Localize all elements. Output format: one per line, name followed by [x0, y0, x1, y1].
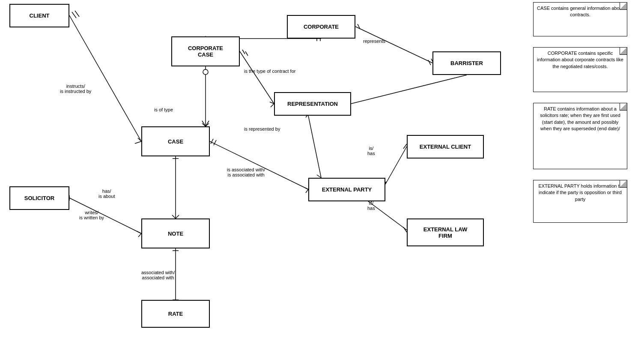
entity-corporate-case: CORPORATECASE: [171, 36, 240, 66]
relation-associated: associated with/associated with: [141, 270, 175, 280]
svg-line-24: [210, 141, 308, 189]
svg-line-0: [69, 15, 141, 141]
svg-line-2: [135, 141, 141, 144]
note-rate: RATE contains information about a solici…: [533, 103, 627, 169]
entity-external-party: EXTERNAL PARTY: [308, 178, 385, 201]
entity-client: CLIENT: [9, 4, 69, 27]
svg-line-15: [240, 51, 274, 104]
svg-point-10: [203, 69, 208, 75]
relation-instructs: instructs/is instructed by: [60, 84, 91, 94]
entity-external-client: EXTERNAL CLIENT: [407, 135, 484, 159]
note-corporate: CORPORATE contains specific information …: [533, 47, 627, 92]
entity-case: CASE: [141, 126, 210, 156]
note-external-party: EXTERNAL PARTY holds information to indi…: [533, 180, 627, 223]
relation-is-of-type: is of type: [154, 107, 173, 112]
svg-line-17: [245, 51, 248, 56]
relation-is-has-client: is/has: [367, 146, 375, 156]
relation-is-has-firm: is/has: [367, 200, 375, 211]
entity-representation: REPRESENTATION: [274, 92, 351, 116]
entity-rate: RATE: [141, 300, 210, 328]
svg-line-19: [428, 60, 431, 65]
svg-line-27: [385, 147, 407, 184]
relation-represents: represents: [363, 39, 385, 44]
note-case: CASE contains general information about …: [533, 2, 627, 36]
entity-corporate: CORPORATE: [287, 15, 355, 39]
entity-external-law-firm: EXTERNAL LAWFIRM: [407, 218, 484, 246]
relation-type-contract: is the type of contract for: [244, 69, 295, 74]
svg-line-4: [75, 11, 79, 17]
entity-solicitor: SOLICITOR: [9, 186, 69, 210]
svg-line-22: [308, 116, 321, 178]
entity-note: NOTE: [141, 218, 210, 248]
svg-line-46: [351, 75, 467, 104]
entity-barrister: BARRISTER: [432, 51, 501, 75]
relation-has-about: has/is about: [98, 188, 115, 199]
relation-writes: writes/is written by: [79, 210, 104, 220]
svg-line-18: [355, 27, 432, 63]
relation-represented-by: is represented by: [244, 126, 280, 132]
svg-line-16: [242, 50, 245, 54]
svg-line-3: [72, 12, 76, 18]
relation-associated-with: is associated with/is associated with: [227, 167, 265, 177]
